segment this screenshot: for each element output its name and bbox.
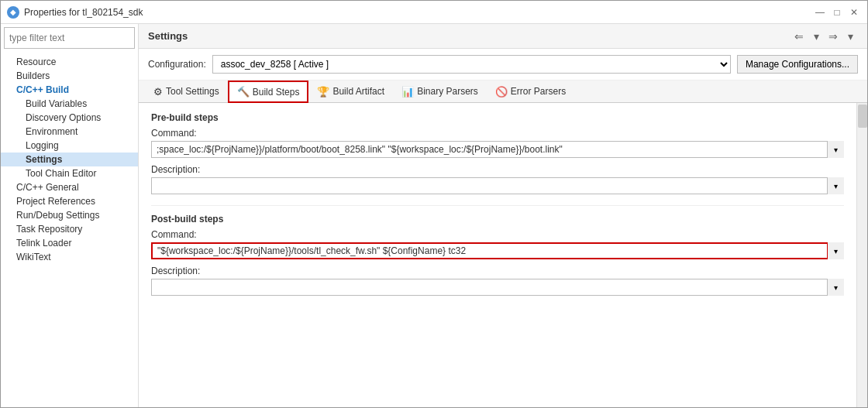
sidebar-item-settings[interactable]: Settings	[1, 153, 138, 166]
post-build-command-label: Command:	[151, 229, 844, 240]
right-panel: Settings ⇐ ▾ ⇒ ▾ Configuration: assoc_de…	[139, 24, 867, 407]
panel-header: Settings ⇐ ▾ ⇒ ▾	[139, 24, 867, 49]
binary-parsers-icon: 📊	[401, 86, 414, 98]
post-build-description-row: ▾	[151, 279, 844, 296]
sidebar-item-tool-chain-editor[interactable]: Tool Chain Editor	[1, 166, 138, 180]
search-input[interactable]	[4, 27, 135, 49]
section-divider	[151, 205, 844, 206]
post-build-command-row: ▾	[151, 242, 844, 259]
nav-back-button[interactable]: ⇐	[791, 29, 807, 44]
content-area: Pre-build steps Command: ▾ Description: …	[139, 103, 856, 407]
build-artifact-icon: 🏆	[317, 86, 329, 98]
config-dropdown[interactable]: assoc_dev_8258 [ Active ]	[212, 55, 731, 74]
config-bar: Configuration: assoc_dev_8258 [ Active ]…	[139, 49, 867, 81]
pre-build-description-label: Description:	[151, 164, 844, 175]
post-build-description-dropdown[interactable]: ▾	[827, 279, 844, 296]
post-build-section: Post-build steps Command: ▾ Description:…	[151, 214, 844, 296]
app-icon: ◆	[7, 6, 19, 19]
pre-build-command-row: ▾	[151, 141, 844, 158]
pre-build-command-input[interactable]	[151, 141, 844, 158]
pre-build-command-label: Command:	[151, 128, 844, 139]
post-build-title: Post-build steps	[151, 214, 844, 225]
tabs-bar: ⚙ Tool Settings 🔨 Build Steps 🏆 Build Ar…	[139, 81, 867, 103]
sidebar-item-discovery-options[interactable]: Discovery Options	[1, 111, 138, 125]
minimize-button[interactable]: —	[813, 5, 827, 19]
config-label: Configuration:	[148, 59, 206, 70]
post-build-description-label: Description:	[151, 266, 844, 276]
tab-build-artifact[interactable]: 🏆 Build Artifact	[308, 81, 393, 102]
sidebar-item-logging[interactable]: Logging	[1, 139, 138, 153]
pre-build-command-dropdown[interactable]: ▾	[827, 141, 844, 158]
tab-tool-settings[interactable]: ⚙ Tool Settings	[145, 81, 228, 102]
sidebar-item-wikitext[interactable]: WikiText	[1, 250, 138, 264]
pre-build-description-input[interactable]	[151, 177, 844, 194]
window-title: Properties for tl_802154_sdk	[24, 7, 143, 18]
pre-build-description-row: ▾	[151, 177, 844, 194]
sidebar-item-build-variables[interactable]: Build Variables	[1, 97, 138, 111]
sidebar-item-run-debug-settings[interactable]: Run/Debug Settings	[1, 208, 138, 222]
titlebar: ◆ Properties for tl_802154_sdk — □ ✕	[1, 1, 867, 24]
nav-dropdown-button[interactable]: ▾	[808, 29, 824, 44]
panel-nav: ⇐ ▾ ⇒ ▾	[791, 29, 858, 44]
sidebar: Resource Builders C/C++ Build Build Vari…	[1, 24, 139, 407]
sidebar-item-environment[interactable]: Environment	[1, 125, 138, 139]
post-build-command-dropdown[interactable]: ▾	[827, 242, 844, 259]
manage-configurations-button[interactable]: Manage Configurations...	[737, 55, 858, 74]
sidebar-item-builders[interactable]: Builders	[1, 69, 138, 83]
tab-binary-parsers[interactable]: 📊 Binary Parsers	[393, 81, 487, 102]
sidebar-item-resource[interactable]: Resource	[1, 55, 138, 69]
post-build-description-input[interactable]	[151, 279, 844, 296]
scrollbar[interactable]	[856, 103, 867, 407]
error-parsers-icon: 🚫	[495, 86, 508, 98]
sidebar-tree: Resource Builders C/C++ Build Build Vari…	[1, 52, 138, 407]
close-button[interactable]: ✕	[847, 5, 861, 19]
pre-build-description-dropdown[interactable]: ▾	[827, 177, 844, 194]
sidebar-item-task-repository[interactable]: Task Repository	[1, 222, 138, 236]
nav-forward-button[interactable]: ⇒	[825, 29, 841, 44]
panel-title: Settings	[148, 30, 188, 42]
scrollbar-thumb[interactable]	[858, 105, 867, 128]
tool-settings-icon: ⚙	[153, 86, 163, 98]
sidebar-item-cpp-build[interactable]: C/C++ Build	[1, 83, 138, 97]
nav-forward-dropdown-button[interactable]: ▾	[842, 29, 858, 44]
build-steps-icon: 🔨	[237, 86, 250, 98]
titlebar-left: ◆ Properties for tl_802154_sdk	[7, 6, 143, 19]
titlebar-controls: — □ ✕	[813, 5, 861, 19]
sidebar-item-cpp-general[interactable]: C/C++ General	[1, 180, 138, 194]
sidebar-item-telink-loader[interactable]: Telink Loader	[1, 236, 138, 250]
main-content: Resource Builders C/C++ Build Build Vari…	[1, 24, 867, 407]
tab-error-parsers[interactable]: 🚫 Error Parsers	[487, 81, 574, 102]
tab-build-steps[interactable]: 🔨 Build Steps	[228, 81, 309, 103]
post-build-command-input[interactable]	[151, 242, 844, 259]
pre-build-section: Pre-build steps Command: ▾ Description: …	[151, 112, 844, 194]
pre-build-title: Pre-build steps	[151, 112, 844, 123]
maximize-button[interactable]: □	[830, 5, 844, 19]
sidebar-item-project-references[interactable]: Project References	[1, 194, 138, 208]
main-window: ◆ Properties for tl_802154_sdk — □ ✕ Res…	[0, 0, 868, 408]
